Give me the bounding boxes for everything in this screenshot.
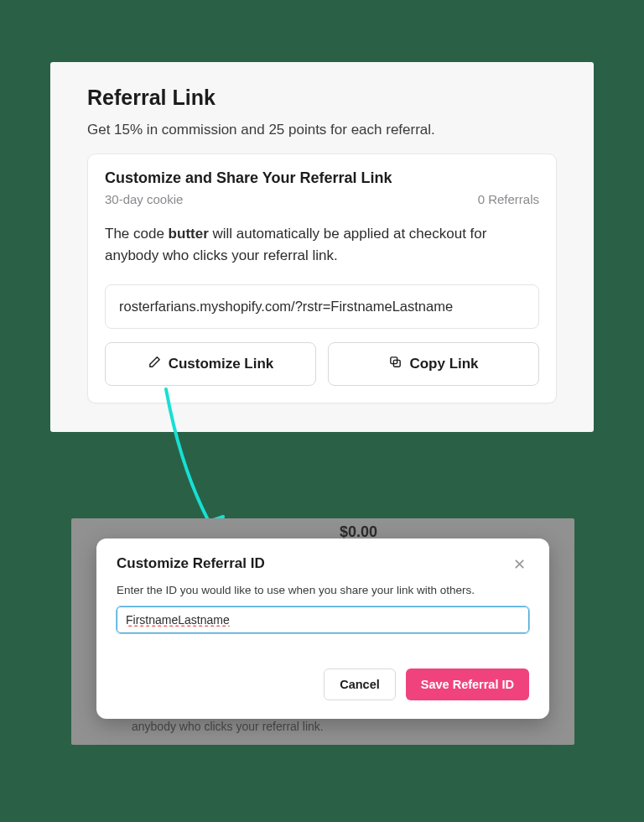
referral-card: Customize and Share Your Referral Link 3…	[87, 153, 557, 403]
referral-count: 0 Referrals	[478, 192, 539, 206]
modal-description: Enter the ID you would like to use when …	[117, 584, 529, 596]
cancel-button[interactable]: Cancel	[324, 669, 396, 700]
modal-backdrop: $0.00 anybody who clicks your referral l…	[71, 518, 574, 745]
copy-link-button[interactable]: Copy Link	[328, 342, 539, 386]
customize-referral-id-modal: Customize Referral ID ✕ Enter the ID you…	[96, 538, 549, 719]
pencil-icon	[148, 355, 162, 373]
referral-meta-row: 30-day cookie 0 Referrals	[105, 192, 539, 206]
referral-link-field[interactable]: rosterfarians.myshopify.com/?rstr=Firstn…	[105, 284, 539, 329]
customize-link-button[interactable]: Customize Link	[105, 342, 316, 386]
modal-header: Customize Referral ID ✕	[117, 555, 529, 574]
referral-button-row: Customize Link Copy Link	[105, 342, 539, 386]
code-prefix: The code	[105, 226, 169, 242]
background-text: anybody who clicks your referral link.	[132, 720, 324, 733]
page-title: Referral Link	[87, 86, 557, 110]
modal-actions: Cancel Save Referral ID	[117, 669, 529, 700]
save-referral-id-button[interactable]: Save Referral ID	[406, 669, 529, 700]
copy-icon	[388, 355, 402, 373]
code-value: butter	[169, 226, 209, 242]
copy-link-label: Copy Link	[409, 356, 478, 372]
referral-subtitle: Get 15% in commission and 25 points for …	[87, 122, 557, 138]
referral-code-description: The code butter will automatically be ap…	[105, 223, 539, 266]
referral-card-title: Customize and Share Your Referral Link	[105, 169, 539, 187]
close-icon[interactable]: ✕	[510, 555, 529, 574]
cookie-duration: 30-day cookie	[105, 192, 183, 206]
modal-title: Customize Referral ID	[117, 555, 265, 572]
referral-link-panel: Referral Link Get 15% in commission and …	[50, 62, 594, 432]
referral-id-input[interactable]	[117, 606, 529, 633]
customize-link-label: Customize Link	[169, 356, 274, 372]
